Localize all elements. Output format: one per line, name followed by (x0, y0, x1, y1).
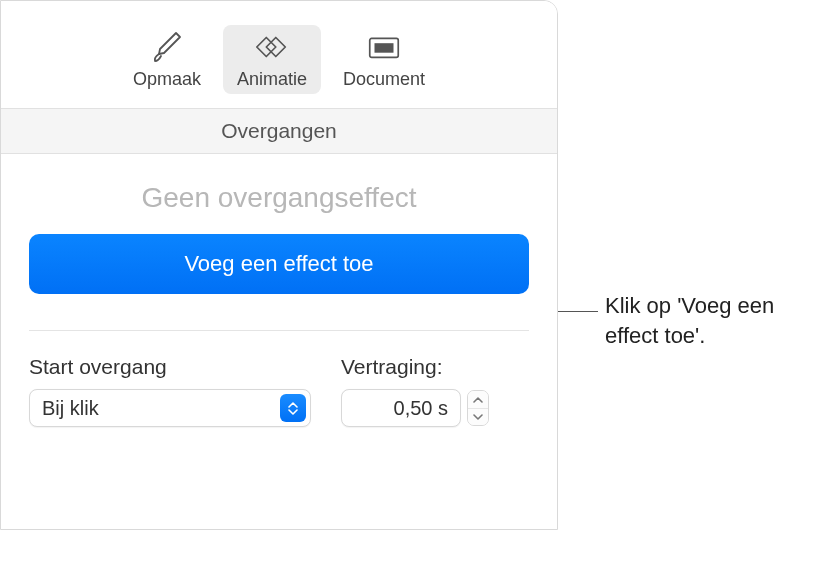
inspector-toolbar: Opmaak Animatie Document (1, 1, 557, 108)
start-transition-label: Start overgang (29, 355, 311, 379)
callout-leader-line (558, 311, 598, 312)
transition-controls: Start overgang Bij klik Vertraging: (29, 355, 529, 427)
start-transition-select[interactable]: Bij klik (29, 389, 311, 427)
tab-label: Animatie (237, 69, 307, 90)
tab-document[interactable]: Document (329, 25, 439, 94)
callout-text: Klik op 'Voeg een effect toe'. (605, 291, 805, 350)
divider (29, 330, 529, 331)
delay-stepper-wrap (341, 389, 529, 427)
document-icon (365, 31, 403, 63)
svg-rect-1 (375, 43, 394, 53)
add-effect-button[interactable]: Voeg een effect toe (29, 234, 529, 294)
tab-animate[interactable]: Animatie (223, 25, 321, 94)
select-value: Bij klik (42, 397, 99, 420)
paintbrush-icon (148, 31, 186, 63)
delay-group: Vertraging: (341, 355, 529, 427)
no-effect-label: Geen overgangseffect (29, 182, 529, 214)
inspector-panel: Opmaak Animatie Document Overgangen Gee (0, 0, 558, 530)
stepper-up-button[interactable] (468, 391, 488, 408)
chevron-up-down-icon (280, 394, 306, 422)
diamonds-icon (253, 31, 291, 63)
section-header-transitions: Overgangen (1, 108, 557, 154)
tab-format[interactable]: Opmaak (119, 25, 215, 94)
tab-label: Document (343, 69, 425, 90)
delay-input[interactable] (341, 389, 461, 427)
tab-label: Opmaak (133, 69, 201, 90)
delay-label: Vertraging: (341, 355, 529, 379)
start-transition-group: Start overgang Bij klik (29, 355, 311, 427)
stepper-down-button[interactable] (468, 408, 488, 425)
transitions-content: Geen overgangseffect Voeg een effect toe… (1, 154, 557, 427)
delay-stepper (467, 390, 489, 426)
